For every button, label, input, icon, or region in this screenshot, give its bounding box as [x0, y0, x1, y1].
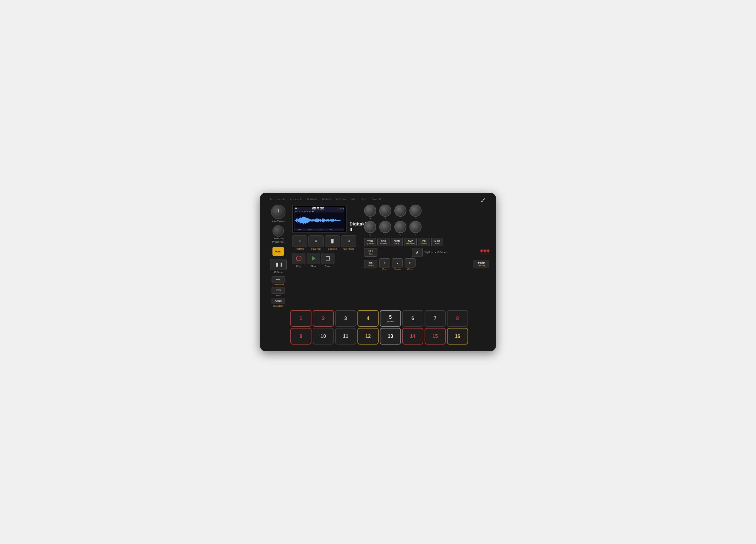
perform-label: Perform: [296, 248, 304, 251]
pad-7[interactable]: 7: [425, 310, 446, 327]
kb-setup-button[interactable]: ▐▌▐: [270, 259, 287, 270]
mod-button[interactable]: MOD Mixer: [431, 238, 443, 246]
song-col: SONG Song Edit: [272, 298, 285, 308]
src-button[interactable]: SRC Machine: [377, 238, 389, 246]
pad-10[interactable]: 10: [313, 328, 334, 344]
save-proj-button[interactable]: ⚙: [308, 236, 324, 247]
yes-sub: Save: [369, 253, 373, 255]
screen-row2: SMP 13.3E ◎R A 05 13: [295, 210, 344, 212]
pad-13[interactable]: 13: [380, 328, 401, 344]
left-column: Main Volume Level/Data Preset Pool FUNC …: [267, 205, 290, 308]
center-column: A01 WISPDISK ♩147.0 SMP 13.3E ◎R A 05 13: [292, 205, 362, 308]
fltr-button[interactable]: FLTR Setup: [391, 238, 403, 246]
samples-button[interactable]: ▐▌: [325, 236, 340, 247]
knob-h-col: H: [409, 221, 422, 236]
amp-button[interactable]: AMP Sequencer: [404, 238, 417, 246]
page-button[interactable]: PAGE Fill/Setup: [474, 260, 489, 269]
midiin-label: MIDI In: [310, 198, 317, 200]
paste-icon: [326, 256, 330, 261]
knob-a[interactable]: [364, 205, 376, 217]
knob-c[interactable]: [394, 205, 406, 217]
pad-1[interactable]: 1: [290, 310, 311, 327]
knob-b-label: B: [385, 217, 386, 220]
knob-e[interactable]: [364, 221, 376, 233]
src-sub: Machine: [380, 243, 387, 245]
knob-g[interactable]: [394, 221, 406, 233]
yes-col: YES Save: [364, 248, 377, 257]
pad-4[interactable]: 4: [357, 310, 379, 327]
screen-top-row: A01 WISPDISK ♩147.0: [295, 207, 344, 210]
led-5: [484, 253, 486, 255]
knob-h[interactable]: [409, 221, 422, 233]
pad-11[interactable]: 11: [335, 328, 356, 344]
fx-button[interactable]: FX Send FX: [418, 238, 430, 246]
screen-smp: SMP: [295, 210, 298, 212]
knob-c-col: C: [394, 205, 406, 220]
kb-setup-icon: ▐▌▐: [275, 263, 282, 266]
song-button[interactable]: SONG: [272, 298, 285, 304]
trig-down-button[interactable]: ∨: [392, 259, 403, 268]
led-6: [487, 253, 489, 255]
utime-plus-button[interactable]: >: [405, 259, 415, 268]
kb-setup-label: KB Setup: [273, 271, 283, 274]
tap-tempo-col: ↺ Tap Tempo: [341, 236, 356, 251]
pad-7-number: 7: [434, 316, 437, 321]
clear-icon: [312, 256, 315, 261]
pads-area: 1 2 3 4 5 Track/Mute 6: [290, 310, 489, 344]
led-3: [487, 250, 489, 252]
pad-2-number: 2: [322, 316, 325, 321]
pad-6[interactable]: 6: [402, 310, 423, 327]
clear-button[interactable]: [307, 253, 320, 264]
trig-button[interactable]: TRIG Quantize: [364, 238, 376, 246]
pad-9[interactable]: 9: [290, 328, 311, 344]
pad-16[interactable]: 16 ·····: [447, 328, 468, 344]
leds-area: [481, 250, 489, 255]
pad-15-number: 15: [432, 334, 438, 339]
tap-tempo-icon: ↺: [347, 239, 350, 243]
usb-label: USB: [351, 198, 355, 200]
trig-sub: Quantize: [367, 243, 373, 245]
led-1: [481, 250, 483, 252]
tap-tempo-button[interactable]: ↺: [341, 236, 356, 247]
screen-strt-label: STRT: [308, 229, 312, 231]
trk-button[interactable]: TRK: [272, 276, 285, 283]
trig-mode-down-label: Trig Mode: [394, 268, 401, 270]
knob-f[interactable]: [379, 221, 391, 233]
midiin-group: MIDI In: [307, 198, 317, 200]
trig-col: TRIG Quantize: [364, 238, 376, 246]
level-data-knob[interactable]: [272, 225, 284, 237]
src-col: SRC Machine: [377, 238, 389, 246]
pad-14[interactable]: 14: [402, 328, 423, 344]
pad-8-dots: ·····: [464, 323, 466, 325]
trk-col: TRK Mute Mode: [272, 276, 285, 286]
copy-button[interactable]: [292, 253, 305, 264]
utime-minus-label: µTime−: [382, 268, 387, 270]
utime-minus-button[interactable]: <: [379, 259, 390, 268]
perform-button[interactable]: ≡: [292, 236, 307, 247]
knob-c-label: C: [399, 217, 401, 220]
pad-3[interactable]: 3: [335, 310, 356, 327]
fx-col: FX Send FX: [418, 238, 430, 246]
knob-d[interactable]: [409, 205, 422, 217]
paste-label: Paste: [325, 265, 331, 268]
mode-buttons: TRK Mute Mode PTN Bank SONG Song Edit: [272, 276, 285, 308]
pad-2[interactable]: 2: [313, 310, 334, 327]
ptn-button[interactable]: PTN: [272, 287, 285, 294]
pad-15[interactable]: 15: [425, 328, 446, 344]
paste-button[interactable]: [321, 253, 334, 264]
no-button[interactable]: NO Reload: [364, 260, 377, 269]
trig-up-button[interactable]: ∧: [412, 248, 423, 257]
copy-label: Copy: [296, 265, 301, 268]
screen-inner: A01 WISPDISK ♩147.0 SMP 13.3E ◎R A 05 13: [294, 207, 344, 231]
brand-logo: ⟋: [480, 197, 486, 204]
yes-button[interactable]: YES Save: [364, 248, 377, 257]
pad-12[interactable]: 12: [357, 328, 379, 344]
func-button[interactable]: FUNC: [272, 247, 284, 256]
pad-8[interactable]: 8 ·····: [447, 310, 468, 327]
midithru-label: MIDI Thru: [336, 198, 346, 200]
utime-plus-col: > µTime+: [405, 259, 415, 270]
main-volume-knob[interactable]: [271, 205, 285, 219]
pad-5[interactable]: 5 Track/Mute: [380, 310, 401, 327]
pad-row-2: 9 10 11 12 13 14 15: [290, 328, 489, 344]
knob-b[interactable]: [379, 205, 391, 217]
